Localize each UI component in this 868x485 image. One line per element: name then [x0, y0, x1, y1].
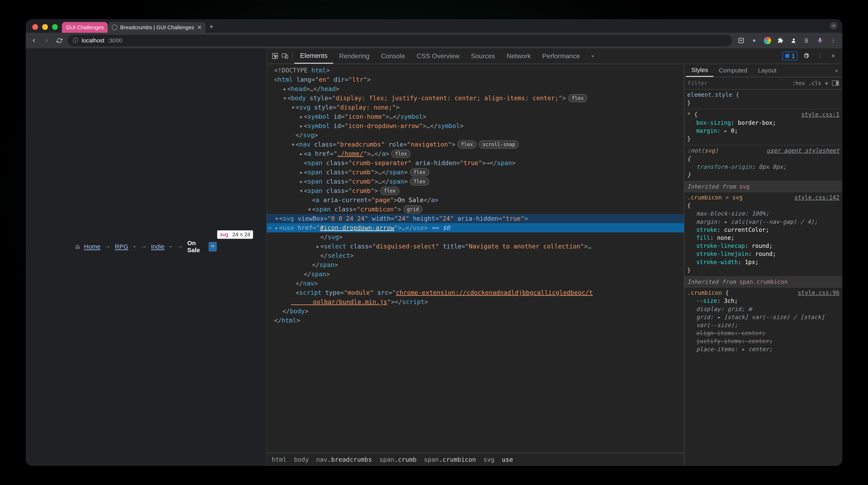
layout-badge[interactable]: flex	[568, 94, 587, 102]
inherit-from-span: Inherited from span.crumbicon	[684, 277, 842, 288]
tab-console[interactable]: Console	[375, 48, 411, 64]
device-toggle-icon[interactable]	[280, 51, 290, 61]
home-icon	[75, 244, 80, 250]
separator-arrow-icon: →	[105, 243, 111, 250]
source-ua: user agent stylesheet	[767, 147, 839, 154]
tooltip-tag: svg	[220, 231, 228, 238]
extension-color-icon[interactable]	[764, 37, 771, 44]
layout-badge[interactable]: scroll-snap	[478, 140, 519, 149]
layout-badge[interactable]: grid	[403, 205, 423, 213]
toggle-computed-panel-icon[interactable]	[832, 81, 839, 86]
styles-filter-bar: :hov .cls +	[684, 77, 842, 90]
crumb-rpg[interactable]: RPG	[115, 243, 128, 250]
reload-button[interactable]	[55, 36, 64, 45]
path-body[interactable]: body	[294, 456, 309, 463]
layout-badge[interactable]: flex	[410, 177, 429, 186]
issues-badge[interactable]: 1	[782, 52, 798, 60]
tab-close-icon[interactable]: ✕	[197, 24, 202, 31]
new-tab-button[interactable]: +	[209, 23, 214, 33]
layout-badge[interactable]: flex	[380, 187, 399, 195]
tab-network[interactable]: Network	[501, 48, 536, 64]
more-tabs-icon[interactable]: »	[588, 51, 597, 61]
tab-css-overview[interactable]: CSS Overview	[411, 48, 465, 64]
install-icon[interactable]	[737, 37, 745, 44]
kebab-menu-icon[interactable]: ⋮	[815, 51, 825, 61]
separator-arrow-icon: →	[141, 243, 147, 250]
path-svg[interactable]: svg	[484, 456, 494, 463]
settings-gear-icon[interactable]	[801, 51, 811, 61]
styles-filter-input[interactable]	[688, 80, 789, 86]
kebab-menu-icon[interactable]: ⋮	[830, 37, 837, 44]
separator-arrow-icon: →	[177, 243, 183, 250]
tab-active-title: Breadcrumbs | GUI Challenges	[120, 24, 194, 31]
path-span-crumb[interactable]: span.crumb	[379, 456, 416, 463]
tab-strip: GUI Challenges Breadcrumbs | GUI Challen…	[26, 19, 842, 33]
bookmark-star-icon[interactable]: ★	[750, 37, 758, 44]
layout-badge[interactable]: flex	[410, 168, 429, 176]
source-link[interactable]: style.css:142	[794, 194, 839, 202]
rule-not-svg: user agent stylesheet :not(svg) { transf…	[684, 145, 842, 181]
address-bar[interactable]: ⓘ localhost:3000	[68, 35, 732, 46]
reading-list-icon[interactable]	[803, 37, 811, 44]
layout-badge[interactable]: flex	[391, 150, 410, 158]
tab-performance[interactable]: Performance	[536, 48, 586, 64]
minimize-window-button[interactable]	[42, 24, 48, 30]
hov-toggle[interactable]: :hov	[792, 80, 805, 86]
path-use[interactable]: use	[502, 456, 513, 463]
source-link[interactable]: style.css:1	[801, 111, 839, 119]
styles-rules[interactable]: element.style { } style.css:1 * { box-si…	[684, 90, 842, 466]
path-nav[interactable]: nav.breadcrumbs	[316, 456, 372, 463]
crumb-dropdown-selected[interactable]	[209, 242, 217, 252]
close-window-button[interactable]	[32, 24, 38, 30]
chevron-down-icon[interactable]	[132, 244, 137, 250]
cls-toggle[interactable]: .cls	[808, 80, 821, 86]
tab-layout[interactable]: Layout	[753, 64, 782, 77]
crumb-home[interactable]: Home	[84, 243, 100, 250]
toolbar-actions: ★ ⋮	[736, 37, 839, 44]
dom-row-selected[interactable]: ⋯▸<use href="#icon-dropdown-arrow">…</us…	[267, 223, 684, 232]
mic-icon[interactable]	[816, 37, 824, 44]
chevron-down-icon[interactable]	[169, 244, 173, 250]
tab-elements[interactable]: Elements	[294, 48, 333, 64]
forward-button[interactable]	[42, 36, 51, 45]
path-html[interactable]: html	[272, 456, 286, 463]
tab-computed[interactable]: Computed	[714, 64, 753, 77]
chevron-down-icon	[210, 243, 216, 249]
crumb-indie[interactable]: Indie	[151, 243, 164, 250]
layout-badge[interactable]: flex	[458, 140, 477, 149]
site-info-icon[interactable]: ⓘ	[72, 37, 79, 45]
dom-row-svg[interactable]: ▾<svg viewBox="0 0 24 24" width="24" hei…	[267, 214, 684, 223]
extensions-icon[interactable]	[777, 37, 784, 44]
dom-tree[interactable]: <!DOCTYPE html> <html lang="en" dir="ltr…	[267, 64, 684, 453]
favicon-icon	[112, 25, 118, 30]
close-devtools-icon[interactable]: ✕	[828, 51, 838, 61]
tab-styles[interactable]: Styles	[686, 64, 714, 77]
rule-element-style: element.style { }	[684, 90, 842, 109]
page-viewport: svg 24 × 24 Home → RPG → Indie → On Sale	[26, 48, 267, 466]
tab-rendering[interactable]: Rendering	[333, 48, 375, 64]
devtools-body: <!DOCTYPE html> <html lang="en" dir="ltr…	[267, 64, 842, 466]
content-area: svg 24 × 24 Home → RPG → Indie → On Sale	[26, 48, 842, 466]
chrome-window: GUI Challenges Breadcrumbs | GUI Challen…	[26, 19, 842, 466]
profile-icon[interactable]	[790, 37, 798, 44]
path-span-crumbicon[interactable]: span.crumbicon	[424, 456, 476, 463]
tab-pinned[interactable]: GUI Challenges	[62, 22, 107, 33]
tab-sources[interactable]: Sources	[465, 48, 501, 64]
elements-panel: <!DOCTYPE html> <html lang="en" dir="ltr…	[267, 64, 684, 466]
svg-rect-2	[819, 38, 821, 41]
styles-sidebar: Styles Computed Layout » :hov .cls +	[684, 64, 842, 466]
new-rule-icon[interactable]: +	[825, 79, 829, 87]
element-tooltip: svg 24 × 24	[217, 230, 253, 239]
window-controls	[31, 24, 62, 33]
svg-point-1	[793, 38, 795, 40]
more-tabs-icon[interactable]: »	[832, 67, 841, 74]
tab-active[interactable]: Breadcrumbs | GUI Challenges ✕	[107, 22, 206, 33]
rule-crumbicon: style.css:96 .crumbicon { --size: 3ch; d…	[684, 288, 842, 355]
incognito-indicator-icon: ⨯	[830, 22, 837, 29]
back-button[interactable]	[29, 36, 38, 45]
maximize-window-button[interactable]	[52, 24, 58, 30]
source-link[interactable]: style.css:96	[798, 289, 839, 297]
inspect-icon[interactable]	[270, 51, 280, 61]
dom-breadcrumb-path[interactable]: html body nav.breadcrumbs span.crumb spa…	[267, 453, 684, 466]
styles-tabs: Styles Computed Layout »	[684, 64, 842, 77]
